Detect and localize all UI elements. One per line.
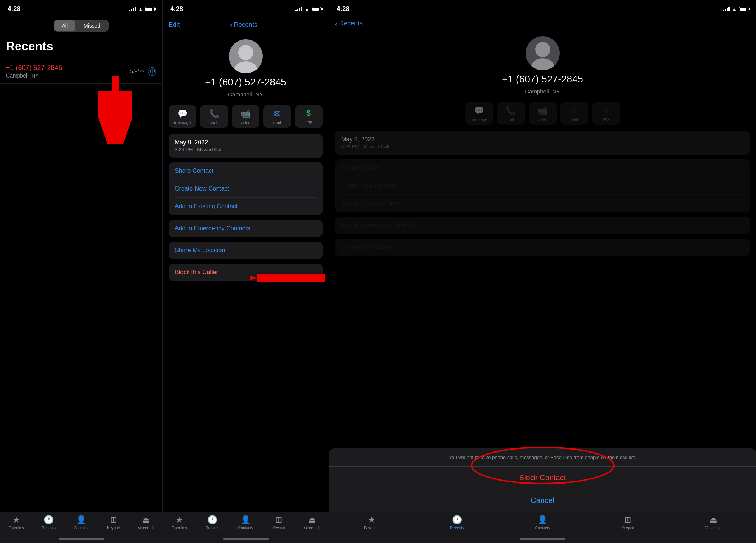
emergency-card-middle: Add to Emergency Contacts — [169, 220, 323, 237]
create-contact-btn[interactable]: Create New Contact — [169, 180, 323, 197]
keypad-label-mid: Keypad — [272, 526, 285, 530]
recent-list-item[interactable]: +1 (607) 527-2845 Campbell, NY 5/9/22 ⓘ — [0, 59, 162, 84]
info-button[interactable]: ⓘ — [148, 67, 156, 76]
keypad-icon-mid: ⊞ — [275, 515, 282, 525]
call-log-card-middle: May 9, 2022 3:24 PM Missed Call — [169, 134, 323, 158]
video-icon-middle: 📹 — [241, 109, 251, 119]
signal-icon-left — [129, 7, 136, 11]
svg-point-2 — [238, 45, 253, 60]
share-contact-right: Share Contact — [335, 159, 750, 177]
tab-contacts-left[interactable]: 👤 Contacts — [65, 515, 98, 530]
tab-favorites-right[interactable]: ★ Favorites — [329, 515, 414, 530]
segment-all[interactable]: All — [54, 20, 76, 31]
tab-contacts-right[interactable]: 👤 Contacts — [500, 515, 585, 530]
keypad-label-right: Keypad — [621, 526, 634, 530]
tab-contacts-middle[interactable]: 👤 Contacts — [229, 515, 262, 530]
tab-keypad-left[interactable]: ⊞ Keypad — [97, 515, 130, 530]
tab-recents-left[interactable]: 🕐 Recents — [33, 515, 65, 530]
mail-icon-right: ✉ — [571, 106, 578, 116]
status-bar-middle: 4:28 ▲ — [163, 0, 329, 17]
video-icon-right: 📹 — [537, 106, 548, 116]
back-button-middle[interactable]: ‹ Recents — [183, 21, 304, 29]
tab-keypad-middle[interactable]: ⊞ Keypad — [262, 515, 295, 530]
keypad-icon-right-tab: ⊞ — [624, 515, 631, 525]
call-log-date-right: May 9, 2022 — [341, 136, 744, 143]
call-label-middle: call — [211, 120, 217, 125]
right-panel: 4:28 ▲ ‹ Recents +1 (60 — [329, 0, 756, 543]
pay-icon-middle: $ — [307, 109, 311, 118]
contact-number-right: +1 (607) 527-2845 — [502, 73, 583, 85]
share-location-card-middle: Share My Location — [169, 242, 323, 259]
tab-voicemail-middle[interactable]: ⏏ Voicemail — [295, 515, 329, 530]
pay-icon-right: $ — [604, 106, 608, 115]
keypad-icon-left: ⊞ — [110, 515, 117, 525]
call-log-detail-right: 3:24 PM Missed Call — [341, 144, 744, 149]
recents-icon-mid: 🕐 — [207, 515, 217, 525]
segment-missed[interactable]: Missed — [76, 20, 108, 31]
action-call-middle[interactable]: 📞 call — [200, 105, 228, 128]
recent-item-name: +1 (607) 527-2845 — [6, 64, 126, 72]
recent-item-date: 5/9/22 — [130, 68, 145, 74]
contacts-label-mid: Contacts — [238, 526, 253, 530]
action-message-middle[interactable]: 💬 message — [169, 105, 196, 128]
add-emergency-btn[interactable]: Add to Emergency Contacts — [169, 220, 323, 237]
message-icon-right: 💬 — [474, 106, 484, 116]
edit-button[interactable]: Edit — [169, 20, 180, 30]
share-contact-btn[interactable]: Share Contact — [169, 162, 323, 180]
message-label-middle: message — [174, 120, 191, 125]
tab-recents-right[interactable]: 🕐 Recents — [414, 515, 500, 530]
tab-favorites-left[interactable]: ★ Favorites — [0, 515, 33, 530]
block-popup: You will not receive phone calls, messag… — [329, 448, 756, 512]
contact-options-card-middle: Share Contact Create New Contact Add to … — [169, 162, 323, 215]
call-log-type-middle: Missed Call — [197, 147, 222, 152]
action-mail-middle[interactable]: ✉ mail — [263, 105, 291, 128]
tab-keypad-right[interactable]: ⊞ Keypad — [585, 515, 671, 530]
tab-voicemail-right[interactable]: ⏏ Voicemail — [671, 515, 756, 530]
time-right: 4:28 — [337, 5, 349, 13]
emergency-card-right: Add to Emergency Contacts — [335, 217, 750, 234]
share-location-btn[interactable]: Share My Location — [169, 242, 323, 259]
favorites-label-mid: Favorites — [171, 526, 187, 530]
video-label-right: video — [537, 117, 547, 122]
signal-icon-middle — [295, 7, 302, 11]
wifi-icon-middle: ▲ — [304, 6, 309, 12]
contacts-icon-left: 👤 — [76, 515, 86, 525]
mail-icon-middle: ✉ — [274, 109, 281, 119]
time-middle: 4:28 — [170, 5, 183, 13]
add-existing-contact-btn[interactable]: Add to Existing Contact — [169, 198, 323, 215]
action-pay-middle[interactable]: $ pay — [295, 105, 323, 128]
segment-control: All Missed — [54, 20, 109, 32]
video-label-middle: video — [241, 120, 250, 125]
favorites-icon-right: ★ — [368, 515, 376, 525]
cancel-btn[interactable]: Cancel — [329, 489, 756, 512]
recents-label-right: Recents — [450, 526, 464, 530]
add-emergency-right: Add to Emergency Contacts — [335, 217, 750, 234]
nav-bar-middle: Edit ‹ Recents — [163, 17, 329, 33]
call-log-card-right: May 9, 2022 3:24 PM Missed Call — [335, 131, 750, 155]
avatar-middle — [229, 39, 263, 73]
pay-label-right: pay — [603, 116, 610, 121]
voicemail-icon-left: ⏏ — [142, 515, 150, 525]
call-log-time-middle: 3:24 PM — [175, 147, 193, 152]
home-indicator-left — [59, 538, 104, 540]
contact-options-card-right: Share Contact Create New Contact Add to … — [335, 159, 750, 212]
action-video-middle[interactable]: 📹 video — [232, 105, 259, 128]
message-label-right: message — [470, 117, 487, 122]
block-popup-message: You will not receive phone calls, messag… — [329, 448, 756, 467]
tab-voicemail-left[interactable]: ⏏ Voicemail — [130, 515, 162, 530]
contacts-icon-right: 👤 — [537, 515, 548, 525]
svg-point-7 — [531, 58, 554, 70]
voicemail-icon-right-tab: ⏏ — [709, 515, 717, 525]
svg-point-3 — [234, 61, 257, 73]
action-buttons-row-middle: 💬 message 📞 call 📹 video ✉ mail $ pay — [163, 105, 329, 134]
contacts-label-left: Contacts — [74, 526, 88, 530]
call-log-item-middle: May 9, 2022 3:24 PM Missed Call — [169, 134, 323, 158]
tab-recents-middle[interactable]: 🕐 Recents — [196, 515, 229, 530]
status-icons-left: ▲ — [129, 6, 155, 12]
create-contact-right: Create New Contact — [335, 177, 750, 194]
action-video-right: 📹 video — [529, 102, 557, 125]
back-button-right[interactable]: ‹ Recents — [335, 20, 750, 27]
back-label-right: Recents — [339, 20, 363, 27]
tab-favorites-middle[interactable]: ★ Favorites — [163, 515, 196, 530]
block-contact-btn[interactable]: Block Contact — [329, 467, 756, 489]
